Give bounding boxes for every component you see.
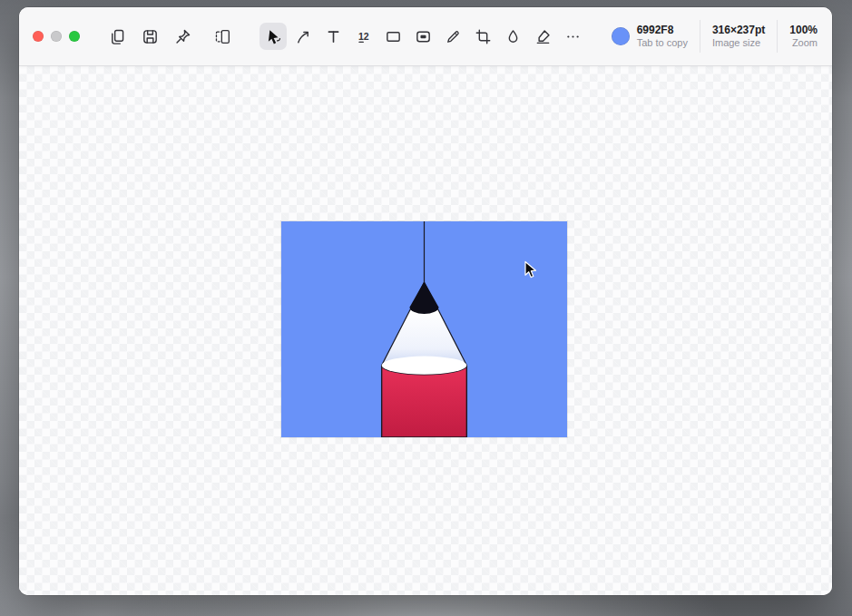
minimize-button[interactable] <box>51 31 62 42</box>
canvas[interactable] <box>19 66 832 595</box>
status-info-area: 6992F8 Tab to copy 316×237pt Image size … <box>612 20 818 53</box>
picked-color-display[interactable]: 6992F8 Tab to copy <box>612 24 688 50</box>
blur-tool-icon <box>504 28 522 45</box>
image-size-display: 316×237pt Image size <box>712 24 765 50</box>
close-button[interactable] <box>33 31 44 42</box>
pencil-body <box>382 366 467 437</box>
pencil-tool-icon <box>445 28 462 45</box>
text-tool-button[interactable] <box>319 23 347 50</box>
crop-tool-icon <box>475 28 492 45</box>
counter-tool-button[interactable]: 12 <box>349 23 377 50</box>
select-tool-button[interactable] <box>260 23 287 50</box>
app-window: 12 <box>19 7 832 595</box>
color-swatch[interactable] <box>612 27 630 45</box>
blur-tool-button[interactable] <box>499 23 526 50</box>
image-size-value: 316×237pt <box>712 24 765 37</box>
spotlight-tool-icon <box>415 28 432 45</box>
pencil-tool-button[interactable] <box>439 23 466 50</box>
color-hint-label: Tab to copy <box>637 37 688 50</box>
pin-icon <box>174 28 191 45</box>
pencil-illustration <box>281 221 567 437</box>
marker-tool-icon <box>534 28 552 45</box>
zoom-label: Zoom <box>789 37 818 50</box>
more-tools-icon <box>564 28 582 45</box>
file-tool-group <box>103 23 236 50</box>
rectangle-tool-icon <box>385 28 402 45</box>
toolbar-divider <box>700 20 700 53</box>
edit-tool-group: 12 <box>260 23 586 50</box>
marker-tool-button[interactable] <box>529 23 556 50</box>
crop-tool-button[interactable] <box>469 23 496 50</box>
rectangle-tool-button[interactable] <box>379 23 406 50</box>
copy-icon <box>109 28 126 45</box>
arrow-tool-button[interactable] <box>289 23 317 50</box>
desktop-background: 12 <box>0 0 852 616</box>
scrolling-capture-icon <box>214 28 231 45</box>
select-tool-icon <box>265 28 282 45</box>
pin-button[interactable] <box>169 23 196 50</box>
zoom-display[interactable]: 100% Zoom <box>789 24 818 50</box>
save-button[interactable] <box>136 23 163 50</box>
more-tools-button[interactable] <box>559 23 586 50</box>
spotlight-tool-button[interactable] <box>409 23 436 50</box>
traffic-lights <box>33 31 80 42</box>
save-icon <box>142 28 159 45</box>
zoom-window-button[interactable] <box>69 31 80 42</box>
toolbar-divider <box>777 20 778 53</box>
copy-button[interactable] <box>103 23 131 50</box>
counter-tool-label: 12 <box>357 31 368 41</box>
zoom-value: 100% <box>789 24 818 37</box>
screenshot-image[interactable] <box>281 221 567 437</box>
scrolling-capture-button[interactable] <box>209 23 236 50</box>
text-tool-icon <box>325 28 342 45</box>
toolbar: 12 <box>19 7 832 66</box>
counter-tool-icon: 12 <box>355 28 372 45</box>
arrow-tool-icon <box>295 28 312 45</box>
image-size-label: Image size <box>712 37 765 50</box>
color-hex-value: 6992F8 <box>637 24 688 37</box>
pencil-rim <box>382 357 467 375</box>
